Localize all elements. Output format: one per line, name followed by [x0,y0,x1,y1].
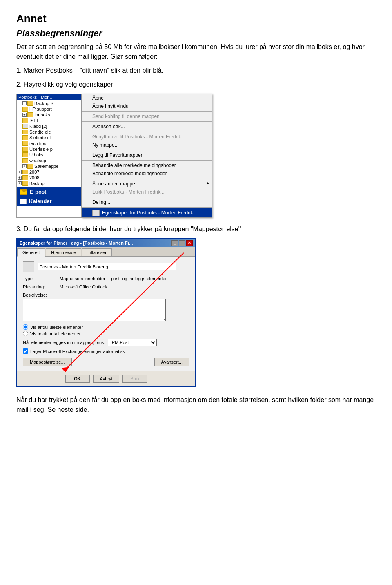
screenshot-1: Postboks - Mor... Backup S HP support + … [16,94,278,218]
mappestorrelse-button[interactable]: Mappestørrelse... [23,358,72,366]
titlebar-buttons: _ □ ✕ [172,240,193,246]
context-menu-item-apne-annen[interactable]: Åpne annen mappe [82,180,212,188]
menu-separator [82,197,212,197]
step-1: 1. Marker Postboks – "ditt navn" slik at… [16,66,376,76]
epost-label: E-post [30,189,46,195]
checkbox-label: Lager Microsoft Exchange-visninger autom… [30,349,125,354]
folder-item-tech-tips[interactable]: tech tips [22,141,81,146]
page-title: Annet [16,12,376,25]
context-menu-item-apne[interactable]: Åpne [82,94,212,102]
section-title: Plassbegrensninger [16,28,376,39]
radio-label: Vis totalt antall elementer [30,331,80,336]
footer-text: Når du har trykket på den får du opp en … [16,395,376,415]
context-menu: Åpne Åpne i nytt vindu Send kobling til … [82,94,212,218]
description-textarea[interactable] [23,299,166,321]
folder-name-icon [23,261,34,272]
menu-separator [82,207,212,208]
menu-separator [82,111,212,112]
context-menu-item-avansert-sok[interactable]: Avansert søk... [82,123,212,131]
avbryt-button[interactable]: Avbryt [93,375,120,383]
action-buttons-row: Mappestørrelse... Avansert... [23,358,189,366]
context-menu-item-send-kobling: Send kobling til denne mappen [82,112,212,121]
step-2: 2. Høyreklikk og velg egenskaper [16,80,376,89]
epost-nav-bar[interactable]: E-post [17,187,82,196]
close-button[interactable]: ✕ [186,240,193,246]
type-label: Type: [23,276,60,281]
ok-button[interactable]: OK [65,375,90,383]
folder-item-userios[interactable]: Useriøs e-p [22,146,81,152]
maximize-button[interactable]: □ [179,240,185,246]
screenshot-2: Egenskaper for Planer i dag - [Postboks … [16,238,196,387]
kalender-nav-bar[interactable]: Kalender [17,196,82,206]
menu-item-label: Egenskaper for Postboks - Morten Fredrik… [102,210,201,216]
radio-label: Vis antall uleste elementer [30,325,83,330]
step-3: 3. Du får da opp følgende bilde, hvor du… [16,224,376,234]
menu-separator [82,160,212,161]
context-menu-item-ny-mappe[interactable]: Ny mappe... [82,141,212,149]
folder-item-2008[interactable]: + 2008 [17,175,81,181]
folder-item-whatsup[interactable]: whatsup [22,158,81,163]
folder-tree: Postboks - Mor... Backup S HP support + … [16,94,82,218]
bruk-label: Bruk [130,376,140,381]
folder-item-sokemappe[interactable]: + Søkemappe [22,163,81,169]
menu-item-label: Lukk Postboks - Morten Fredrik... [92,189,165,195]
menu-separator [82,121,212,122]
minimize-button[interactable]: _ [172,240,178,246]
description-row: Beskrivelse: [23,292,189,321]
folder-icon [27,112,33,117]
context-menu-item-apne-nytt-vindu[interactable]: Åpne i nytt vindu [82,102,212,110]
folder-label: 2008 [29,175,39,180]
folder-label: Søkemappe [34,164,58,169]
context-menu-item-behandle-alle[interactable]: Behandle alle merkede meldingshoder [82,161,212,170]
folder-item-innboks[interactable]: + Innboks [22,112,81,118]
folder-icon [22,130,28,134]
folder-item-2007[interactable]: + 2007 [17,169,81,175]
context-menu-item-egenskaper[interactable]: Egenskaper for Postboks - Morten Fredrik… [82,208,212,217]
context-menu-item-deling[interactable]: Deling... [82,198,212,206]
expand-icon [22,101,27,105]
tab-hjemmeside[interactable]: Hjemmeside [46,248,81,256]
folder-label: HP support [29,107,52,112]
bruk-button: Bruk [122,375,147,383]
radio-totalt[interactable] [23,331,28,336]
folder-item-kladd[interactable]: Kladd [2] [22,123,81,129]
properties-icon [92,210,100,216]
checkbox-row: Lager Microsoft Exchange-visninger autom… [23,348,189,354]
folder-item-backup[interactable]: + Backup [17,181,81,186]
folder-item-sendte[interactable]: Sendte ele [22,129,81,135]
checkbox-exchange[interactable] [23,348,28,354]
dialog-window: Egenskaper for Planer i dag - [Postboks … [16,238,196,387]
folder-item-hp-support[interactable]: HP support [22,106,81,112]
folder-name-input[interactable] [38,263,176,270]
folder-item-slettede[interactable]: Slettede el [22,135,81,141]
placement-row: Plassering: Microsoft Office Outlook [23,284,189,289]
tab-tillatelser[interactable]: Tillatelser [82,248,112,256]
avbryt-label: Avbryt [100,376,113,381]
context-menu-item-lukk-postboks: Lukk Postboks - Morten Fredrik... [82,188,212,196]
menu-item-label: Åpne annen mappe [92,181,135,187]
folder-item-backup-s[interactable]: Backup S [22,100,81,106]
folder-label: Slettede el [29,135,51,140]
menu-item-label: Behandle merkede meldingshoder [92,171,167,176]
context-menu-item-behandle-merkede[interactable]: Behandle merkede meldingshoder [82,170,212,178]
folder-icon [22,175,28,180]
folder-item-isee[interactable]: ISEE [22,118,81,123]
dialog-title: Egenskaper for Planer i dag - [Postboks … [20,241,133,246]
tab-label: Generelt [22,250,40,255]
folder-label: Backup S [34,101,53,106]
radio-uleste[interactable] [23,324,28,330]
step-3-text: Du får da opp følgende bilde, hvor du tr… [24,226,241,232]
folder-icon [22,152,28,157]
context-menu-item-legg-til-favoritt[interactable]: Legg til Favorittmapper [82,151,212,159]
field-select[interactable]: IPM.Post [108,339,157,346]
expand-icon: + [18,181,22,185]
tab-generelt[interactable]: Generelt [17,248,45,257]
menu-item-label: Legg til Favorittmapper [92,152,143,158]
folder-item-utboks[interactable]: Utboks [22,152,81,158]
field-label: Når elementer legges inn i mappen, bruk: [23,340,105,345]
expand-icon: + [18,176,22,180]
type-row: Type: Mappe som inneholder E-post- og in… [23,276,189,281]
menu-item-label: Behandle alle merkede meldingshoder [92,163,176,168]
folder-icon [22,124,28,129]
avansert-button[interactable]: Avansert... [154,358,189,366]
